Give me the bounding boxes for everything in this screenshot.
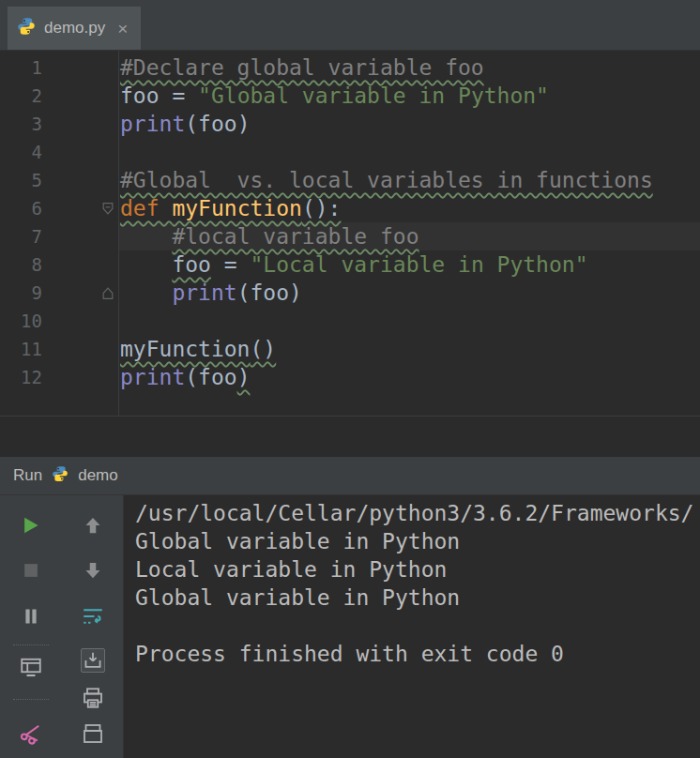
- code-editor[interactable]: 1#Declare global variable foo2foo = "Glo…: [0, 51, 700, 416]
- code-line[interactable]: 5#Global vs. local variables in function…: [0, 166, 700, 194]
- fold-gutter: [42, 335, 117, 363]
- line-number: 1: [0, 53, 42, 82]
- code-line[interactable]: 9 print(foo): [0, 279, 700, 307]
- line-number: 11: [0, 335, 42, 363]
- line-number: 12: [0, 363, 42, 391]
- scroll-to-end-icon[interactable]: [81, 648, 105, 673]
- soft-wrap-icon[interactable]: [82, 605, 104, 628]
- python-icon: [52, 465, 68, 486]
- fold-end-icon[interactable]: [42, 279, 117, 307]
- fold-gutter: [42, 110, 117, 138]
- fold-gutter: [42, 138, 117, 166]
- console-line: [135, 612, 700, 640]
- fold-gutter: [42, 222, 117, 250]
- run-icon[interactable]: [20, 514, 42, 537]
- console-line: Global variable in Python: [135, 527, 700, 555]
- editor-tab-bar: demo.py ×: [0, 0, 700, 51]
- code-line[interactable]: 1#Declare global variable foo: [0, 53, 700, 82]
- run-tool-window-header[interactable]: Run demo: [0, 457, 700, 495]
- console-line: Process finished with exit code 0: [135, 640, 700, 668]
- close-icon[interactable]: ×: [117, 20, 128, 38]
- console-line: Local variable in Python: [135, 555, 700, 584]
- code-line[interactable]: 3print(foo): [0, 110, 700, 138]
- toolbar-separator: [13, 699, 49, 701]
- code-line[interactable]: 4: [0, 138, 700, 166]
- code-text: #Global vs. local variables in functions: [120, 166, 653, 194]
- code-line[interactable]: 12print(foo): [0, 363, 700, 391]
- python-icon: [17, 17, 36, 39]
- line-number: 9: [0, 279, 42, 307]
- code-line[interactable]: 6def myFunction():: [0, 194, 700, 222]
- code-text: #Declare global variable foo: [120, 53, 484, 82]
- console-line: /usr/local/Cellar/python3/3.6.2/Framewor…: [135, 499, 700, 527]
- code-text: print(foo): [120, 279, 302, 307]
- code-line[interactable]: 11myFunction(): [0, 335, 700, 363]
- pycharm-window: demo.py × 1#Declare global variable foo2…: [0, 0, 700, 758]
- line-number: 6: [0, 194, 42, 222]
- fold-gutter: [42, 82, 117, 110]
- line-number: 2: [0, 82, 42, 110]
- scissors-icon[interactable]: [20, 722, 42, 745]
- run-label: Run: [13, 466, 42, 485]
- run-toolbar-right: [62, 495, 124, 758]
- run-config-name: demo: [78, 466, 118, 485]
- line-number: 7: [0, 222, 42, 250]
- restore-layout-icon[interactable]: [20, 656, 42, 678]
- console-output[interactable]: /usr/local/Cellar/python3/3.6.2/Framewor…: [124, 495, 700, 758]
- stop-icon[interactable]: [20, 559, 42, 582]
- code-text: def myFunction():: [120, 194, 341, 222]
- run-tool-window: /usr/local/Cellar/python3/3.6.2/Framewor…: [0, 495, 700, 758]
- console-line: Global variable in Python: [135, 584, 700, 612]
- print-icon[interactable]: [82, 687, 104, 709]
- code-text: foo = "Local variable in Python": [120, 250, 588, 279]
- code-line[interactable]: 2foo = "Global variable in Python": [0, 82, 700, 110]
- fold-gutter: [42, 250, 117, 279]
- fold-gutter: [42, 307, 117, 335]
- pause-output-icon[interactable]: [20, 605, 42, 628]
- line-number: 5: [0, 166, 42, 194]
- fold-collapse-icon[interactable]: [42, 194, 117, 222]
- code-text: foo = "Global variable in Python": [120, 82, 549, 110]
- code-text: print(foo): [120, 110, 251, 138]
- tab-demo-py[interactable]: demo.py ×: [8, 7, 141, 50]
- code-line[interactable]: 8 foo = "Local variable in Python": [0, 250, 700, 279]
- toolbar-separator: [13, 644, 49, 646]
- code-line[interactable]: 10: [0, 307, 700, 335]
- code-text: myFunction(): [120, 335, 276, 363]
- console-lines: /usr/local/Cellar/python3/3.6.2/Framewor…: [135, 499, 700, 668]
- up-arrow-icon[interactable]: [82, 514, 104, 537]
- context-bar: myFunction(): [0, 416, 700, 457]
- code-text: print(foo): [120, 363, 251, 391]
- fold-gutter: [42, 53, 117, 82]
- line-number: 10: [0, 307, 42, 335]
- line-number: 4: [0, 138, 42, 166]
- clear-all-icon[interactable]: [82, 722, 104, 745]
- fold-gutter: [42, 363, 117, 391]
- code-text: #local variable foo: [120, 222, 419, 250]
- editor-lines: 1#Declare global variable foo2foo = "Glo…: [0, 53, 700, 391]
- fold-gutter: [42, 166, 117, 194]
- line-number: 8: [0, 250, 42, 279]
- line-number: 3: [0, 110, 42, 138]
- tab-label: demo.py: [44, 19, 105, 38]
- down-arrow-icon[interactable]: [82, 559, 104, 582]
- run-toolbar-left: [0, 495, 62, 758]
- code-line-current[interactable]: 7 #local variable foo: [0, 222, 700, 250]
